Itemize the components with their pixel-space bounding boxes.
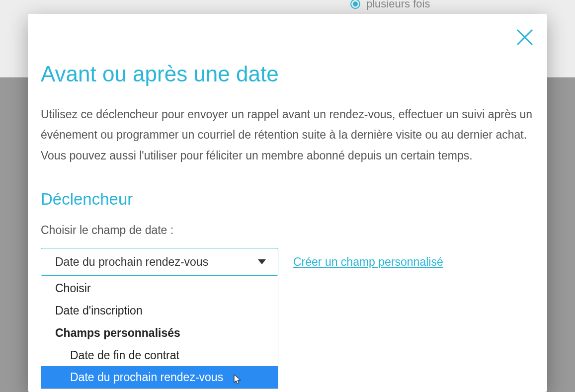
close-button[interactable]	[515, 28, 534, 49]
radio-label: plusieurs fois	[366, 0, 430, 10]
dropdown-option-subscription-date[interactable]: Date d'inscription	[41, 300, 278, 322]
radio-dot-icon	[353, 1, 358, 6]
radio-icon	[350, 0, 360, 9]
dropdown-option-next-appointment-date[interactable]: Date du prochain rendez-vous	[41, 366, 278, 389]
background-radio-option: plusieurs fois	[350, 0, 430, 10]
dropdown-group-custom-fields: Champs personnalisés	[41, 322, 278, 344]
modal-title: Avant ou après une date	[41, 62, 534, 86]
close-icon	[515, 28, 534, 47]
dropdown-option-contract-end-date[interactable]: Date de fin de contrat	[41, 344, 278, 367]
date-field-label: Choisir le champ de date :	[41, 224, 534, 237]
date-field-select[interactable]: Date du prochain rendez-vous	[41, 248, 278, 276]
date-field-dropdown: Choisir Date d'inscription Champs person…	[41, 277, 278, 389]
select-value: Date du prochain rendez-vous	[55, 255, 208, 269]
create-custom-field-link[interactable]: Créer un champ personnalisé	[293, 255, 443, 269]
modal-dialog: Avant ou après une date Utilisez ce décl…	[28, 14, 547, 392]
field-row: Date du prochain rendez-vous Créer un ch…	[41, 248, 534, 276]
modal-description: Utilisez ce déclencheur pour envoyer un …	[41, 104, 534, 166]
chevron-down-icon	[258, 259, 266, 264]
trigger-section-title: Déclencheur	[41, 190, 534, 209]
dropdown-option-choose[interactable]: Choisir	[41, 277, 278, 300]
